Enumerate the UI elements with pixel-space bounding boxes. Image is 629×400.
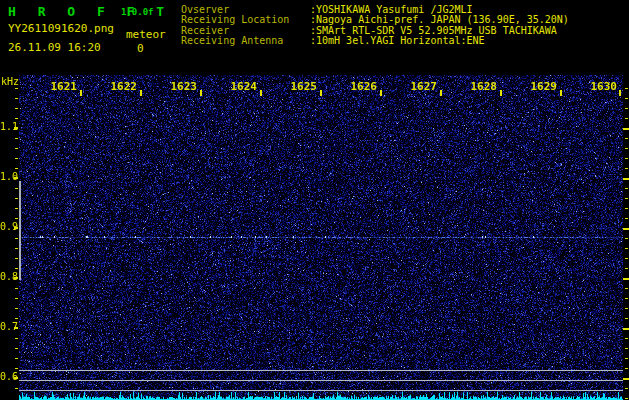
freq-minor-tick xyxy=(15,138,18,139)
time-tick xyxy=(200,90,202,96)
time-tick-label: 1627 xyxy=(393,81,437,93)
right-minor-tick xyxy=(625,388,628,389)
time-tick-label: 1628 xyxy=(453,81,497,93)
freq-minor-tick xyxy=(15,238,18,239)
freq-minor-tick xyxy=(15,368,18,369)
right-minor-tick xyxy=(625,98,628,99)
freq-major-tick xyxy=(14,277,18,279)
freq-minor-tick xyxy=(15,248,18,249)
time-tick-label: 1629 xyxy=(513,81,557,93)
time-tick xyxy=(80,90,82,96)
right-minor-tick xyxy=(625,308,628,309)
time-tick-label: 1624 xyxy=(213,81,257,93)
right-minor-tick xyxy=(625,338,628,339)
freq-minor-tick xyxy=(15,268,18,269)
right-major-tick xyxy=(623,378,629,380)
freq-minor-tick xyxy=(15,188,18,189)
freq-minor-tick xyxy=(15,318,18,319)
time-tick xyxy=(380,90,382,96)
freq-minor-tick xyxy=(15,218,18,219)
freq-minor-tick xyxy=(15,158,18,159)
freq-major-tick xyxy=(14,377,18,379)
freq-tick-label: 1.1 xyxy=(0,121,13,133)
freq-minor-tick xyxy=(15,108,18,109)
hrofft-window: { "app": { "title": "H R O F F T", "vers… xyxy=(0,0,629,400)
time-tick xyxy=(260,90,262,96)
time-tick xyxy=(500,90,502,96)
right-minor-tick xyxy=(625,268,628,269)
echo-count: 0 xyxy=(137,42,144,55)
freq-tick-label: 0.9 xyxy=(0,221,13,233)
freq-minor-tick xyxy=(15,348,18,349)
freq-minor-tick xyxy=(15,258,18,259)
time-tick-label: 1630 xyxy=(573,81,617,93)
right-major-tick xyxy=(623,278,629,280)
right-minor-tick xyxy=(625,398,628,399)
right-major-tick xyxy=(623,178,629,180)
time-tick-label: 1625 xyxy=(273,81,317,93)
freq-major-tick xyxy=(14,327,18,329)
freq-minor-tick xyxy=(15,98,18,99)
time-tick-label: 1626 xyxy=(333,81,377,93)
right-minor-tick xyxy=(625,168,628,169)
right-minor-tick xyxy=(625,148,628,149)
spectrogram-canvas xyxy=(19,75,623,400)
right-minor-tick xyxy=(625,88,628,89)
freq-tick-label: 0.7 xyxy=(0,321,13,333)
right-minor-tick xyxy=(625,188,628,189)
freq-tick-label: 0.8 xyxy=(0,271,13,283)
right-minor-tick xyxy=(625,218,628,219)
station-label: Receiving Antenna xyxy=(181,36,310,46)
right-minor-tick xyxy=(625,208,628,209)
freq-minor-tick xyxy=(15,88,18,89)
time-tick xyxy=(140,90,142,96)
right-minor-tick xyxy=(625,348,628,349)
app-version: 1.0.0f xyxy=(121,7,154,17)
right-major-tick xyxy=(623,128,629,130)
time-tick-label: 1621 xyxy=(33,81,77,93)
freq-tick-label: 1.0 xyxy=(0,171,13,183)
freq-major-tick xyxy=(14,227,18,229)
freq-minor-tick xyxy=(15,298,18,299)
station-value: :10mH 3el.YAGI Horizontal:ENE xyxy=(310,36,485,46)
freq-minor-tick xyxy=(15,388,18,389)
freq-minor-tick xyxy=(15,208,18,209)
freq-tick-label: 0.6 xyxy=(0,371,13,383)
right-minor-tick xyxy=(625,358,628,359)
freq-minor-tick xyxy=(15,288,18,289)
right-minor-tick xyxy=(625,298,628,299)
station-info: Ovserver :YOSHIKAWA Yasufumi /JG2MLI Rec… xyxy=(181,5,569,47)
time-tick xyxy=(440,90,442,96)
freq-minor-tick xyxy=(15,308,18,309)
right-minor-tick xyxy=(625,238,628,239)
right-minor-tick xyxy=(625,288,628,289)
right-minor-tick xyxy=(625,118,628,119)
freq-major-tick xyxy=(14,177,18,179)
mode-label: meteor xyxy=(126,28,166,41)
time-tick-label: 1622 xyxy=(93,81,137,93)
right-minor-tick xyxy=(625,108,628,109)
freq-minor-tick xyxy=(15,198,18,199)
freq-major-tick xyxy=(14,127,18,129)
time-tick xyxy=(560,90,562,96)
freq-minor-tick xyxy=(15,118,18,119)
freq-minor-tick xyxy=(15,168,18,169)
station-row-antenna: Receiving Antenna :10mH 3el.YAGI Horizon… xyxy=(181,36,569,46)
right-minor-tick xyxy=(625,198,628,199)
right-minor-tick xyxy=(625,138,628,139)
time-tick-label: 1623 xyxy=(153,81,197,93)
timestamp: 26.11.09 16:20 xyxy=(8,41,101,54)
freq-axis-unit: kHz xyxy=(1,76,19,87)
right-major-tick xyxy=(623,328,629,330)
time-tick xyxy=(619,90,621,96)
right-minor-tick xyxy=(625,368,628,369)
freq-minor-tick xyxy=(15,338,18,339)
right-major-tick xyxy=(623,228,629,230)
time-tick xyxy=(320,90,322,96)
right-minor-tick xyxy=(625,258,628,259)
freq-minor-tick xyxy=(15,358,18,359)
right-minor-tick xyxy=(625,248,628,249)
right-minor-tick xyxy=(625,318,628,319)
output-filename: YY2611091620.png xyxy=(8,22,114,35)
right-minor-tick xyxy=(625,158,628,159)
